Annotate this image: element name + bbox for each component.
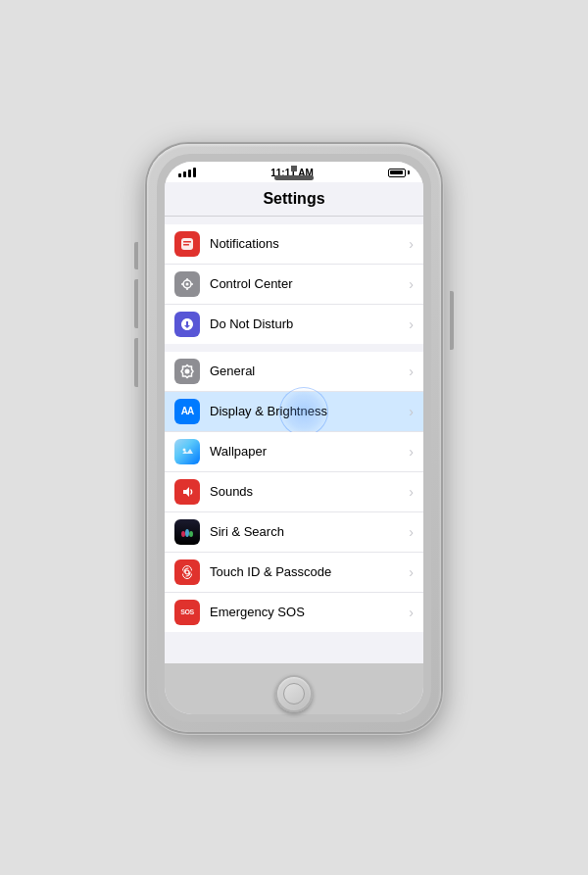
settings-list[interactable]: Notifications › [165, 217, 423, 663]
svg-rect-1 [183, 241, 191, 243]
svg-point-14 [189, 531, 193, 537]
signal-bar-2 [183, 171, 186, 177]
screen: 11:11 AM Settings [165, 162, 423, 714]
phone-inner: 11:11 AM Settings [157, 154, 431, 722]
home-button-inner [283, 683, 305, 705]
touch-id-label: Touch ID & Passcode [210, 564, 405, 579]
general-icon [174, 359, 200, 384]
general-label: General [210, 364, 405, 378]
display-brightness-chevron: › [409, 404, 414, 419]
bottom-padding [165, 632, 423, 652]
section-group-display: General › AA Display & Brightness › [165, 352, 423, 632]
siri-search-label: Siri & Search [210, 524, 405, 539]
sounds-icon [174, 479, 200, 505]
section-group-notifications: Notifications › [165, 224, 423, 344]
settings-item-emergency-sos[interactable]: SOS Emergency SOS › [165, 593, 423, 632]
settings-item-do-not-disturb[interactable]: Do Not Disturb › [165, 305, 423, 344]
svg-point-4 [186, 282, 189, 285]
sounds-chevron: › [409, 484, 414, 500]
settings-item-general[interactable]: General › [165, 352, 423, 392]
settings-item-display-brightness[interactable]: AA Display & Brightness › [165, 392, 423, 432]
control-center-chevron: › [409, 276, 414, 292]
general-chevron: › [409, 364, 414, 379]
power-button[interactable] [450, 291, 454, 350]
wallpaper-label: Wallpaper [210, 444, 405, 459]
siri-icon [174, 519, 200, 545]
wallpaper-icon [174, 439, 200, 464]
signal-bar-4 [193, 168, 196, 177]
signal-indicator [178, 168, 196, 177]
svg-point-10 [183, 448, 186, 451]
siri-search-chevron: › [409, 524, 414, 540]
do-not-disturb-label: Do Not Disturb [210, 316, 405, 331]
svg-point-15 [185, 570, 189, 574]
signal-bar-1 [178, 173, 181, 177]
battery-tip [408, 170, 410, 174]
settings-item-control-center[interactable]: Control Center › [165, 265, 423, 305]
display-brightness-icon: AA [174, 399, 200, 424]
mute-button[interactable] [134, 242, 138, 269]
control-center-label: Control Center [210, 276, 405, 291]
sounds-label: Sounds [210, 484, 405, 499]
svg-point-9 [185, 368, 190, 373]
home-button[interactable] [275, 675, 313, 712]
camera-dot [291, 166, 297, 171]
signal-bar-3 [188, 170, 191, 177]
emergency-sos-chevron: › [409, 605, 414, 620]
settings-item-wallpaper[interactable]: Wallpaper › [165, 432, 423, 472]
svg-point-13 [185, 529, 189, 537]
phone-frame: 11:11 AM Settings [147, 144, 441, 732]
battery-indicator [388, 169, 410, 177]
display-brightness-label: Display & Brightness [210, 404, 405, 418]
nav-bar: Settings [165, 182, 423, 217]
settings-item-notifications[interactable]: Notifications › [165, 224, 423, 265]
do-not-disturb-chevron: › [409, 316, 414, 332]
battery-fill [390, 170, 403, 174]
notifications-label: Notifications [210, 236, 405, 251]
wallpaper-chevron: › [409, 444, 414, 460]
settings-item-sounds[interactable]: Sounds › [165, 472, 423, 512]
settings-item-siri-search[interactable]: Siri & Search › [165, 512, 423, 553]
page-title: Settings [263, 190, 324, 207]
svg-point-12 [181, 531, 185, 537]
notifications-chevron: › [409, 236, 414, 252]
control-center-icon [174, 271, 200, 297]
do-not-disturb-icon [174, 312, 200, 337]
emergency-sos-icon: SOS [174, 600, 200, 625]
emergency-sos-label: Emergency SOS [210, 605, 405, 619]
battery-body [388, 169, 406, 177]
settings-item-touch-id[interactable]: Touch ID & Passcode › [165, 553, 423, 593]
notifications-icon [174, 231, 200, 257]
touch-id-icon [174, 559, 200, 585]
volume-down-button[interactable] [134, 338, 138, 387]
volume-up-button[interactable] [134, 279, 138, 328]
svg-marker-11 [183, 487, 189, 497]
touch-id-chevron: › [409, 564, 414, 580]
svg-rect-2 [183, 244, 189, 246]
home-button-container [275, 675, 313, 712]
speaker-bar [274, 175, 314, 180]
